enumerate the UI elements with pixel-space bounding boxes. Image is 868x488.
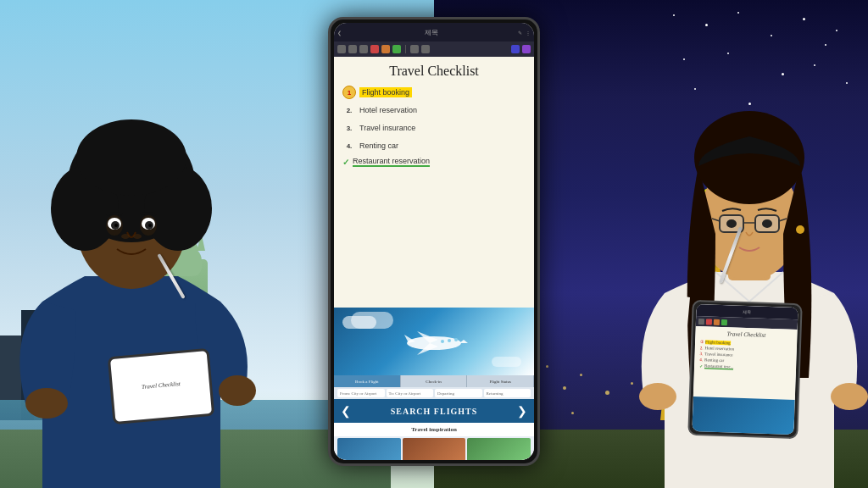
search-arrow-right[interactable]: ❯ [517, 404, 527, 419]
tablet-left-text: Travel Checklist [142, 380, 181, 391]
returning-label: Returning [487, 391, 504, 396]
svg-point-54 [454, 338, 458, 341]
tablet-center: ❮ 제목 ✎ ⋮ Travel Checklist 1 [328, 17, 540, 466]
city-img-2 [403, 438, 466, 460]
tablet-left: Travel Checklist [108, 348, 215, 424]
svg-point-37 [219, 375, 256, 406]
item-text-4: Renting car [359, 141, 398, 150]
svg-point-50 [831, 383, 868, 410]
character-left-man [0, 81, 263, 488]
tool-icon-4[interactable] [410, 45, 419, 53]
item-num-4: 4. [342, 139, 356, 152]
svg-point-47 [762, 219, 772, 228]
tab-checkin[interactable]: Check-in [401, 375, 468, 387]
flight-search-section: Book a Flight Check-in Flight Status Fro… [334, 308, 534, 460]
tool-icon-1[interactable] [337, 45, 346, 53]
city-images [334, 436, 534, 460]
item-text-5: Restaurant reservation [353, 157, 430, 167]
checklist-area: Travel Checklist 1 Flight booking 2. Hot… [334, 57, 534, 308]
tool-icon-orange[interactable] [381, 45, 390, 53]
toolbar-icons [334, 42, 534, 57]
svg-point-49 [639, 383, 676, 410]
city-img-1 [337, 438, 401, 460]
checklist-title: Travel Checklist [342, 64, 526, 79]
flight-tabs: Book a Flight Check-in Flight Status [334, 375, 534, 387]
tablet-right-title: Travel Checklist [700, 330, 792, 340]
checklist-item-2: 2. Hotel reservation [342, 103, 526, 117]
item-text-1: Flight booking [359, 88, 412, 97]
checkmark-5: ✓ [342, 158, 349, 167]
svg-point-34 [121, 234, 130, 239]
tablet-small-right: 제목 Travel Checklist ① Flight booking 2.H… [687, 300, 803, 439]
flight-search-inputs: From: City or Airport To: City or Airpor… [334, 387, 534, 399]
travel-inspiration-label: Travel inspiration [334, 423, 534, 436]
search-flights-text: Search FLIGHTS [391, 407, 478, 416]
tool-icon-blue[interactable] [511, 45, 520, 53]
checklist-item-1: 1 Flight booking [342, 86, 526, 99]
svg-point-52 [441, 340, 444, 343]
tool-icon-5[interactable] [421, 45, 430, 53]
toolbar-title: 제목 [347, 28, 516, 37]
item-num-2: 2. [342, 103, 356, 117]
item-num-3: 3. [342, 121, 356, 135]
checklist-item-5: ✓ Restaurant reservation [342, 157, 526, 167]
tool-icon-red[interactable] [370, 45, 379, 53]
checklist-item-3: 3. Travel insurance [342, 121, 526, 135]
tablet-toolbar: ❮ 제목 ✎ ⋮ [334, 23, 534, 42]
svg-point-53 [448, 339, 451, 342]
item-highlight-1: Flight booking [359, 87, 412, 97]
city-img-3 [467, 438, 531, 460]
svg-point-46 [726, 219, 737, 228]
svg-point-36 [25, 388, 68, 419]
tab-book-flight[interactable]: Book a Flight [334, 375, 401, 387]
item-text-2: Hotel reservation [359, 106, 417, 114]
flight-image [334, 308, 534, 375]
departing-label: Departing [437, 391, 454, 396]
checklist-item-4: 4. Renting car [342, 139, 526, 152]
item-text-3: Travel insurance [359, 124, 415, 132]
svg-point-32 [114, 224, 118, 227]
tool-icon-3[interactable] [359, 45, 368, 53]
tool-icon-purple[interactable] [522, 45, 531, 53]
tool-icon-green[interactable] [392, 45, 401, 53]
tab-flight-status[interactable]: Flight Status [467, 375, 534, 387]
svg-point-35 [133, 234, 142, 239]
svg-point-48 [796, 225, 804, 234]
tool-icon-2[interactable] [348, 45, 357, 53]
search-flights-bar[interactable]: ❮ Search FLIGHTS ❯ [334, 399, 534, 423]
to-label: To: City or Airport [389, 391, 421, 396]
item-num-1: 1 [342, 86, 356, 99]
from-label: From: City or Airport [340, 391, 376, 396]
svg-point-33 [148, 224, 152, 227]
search-arrow-left[interactable]: ❮ [341, 404, 351, 419]
svg-point-25 [76, 119, 186, 196]
